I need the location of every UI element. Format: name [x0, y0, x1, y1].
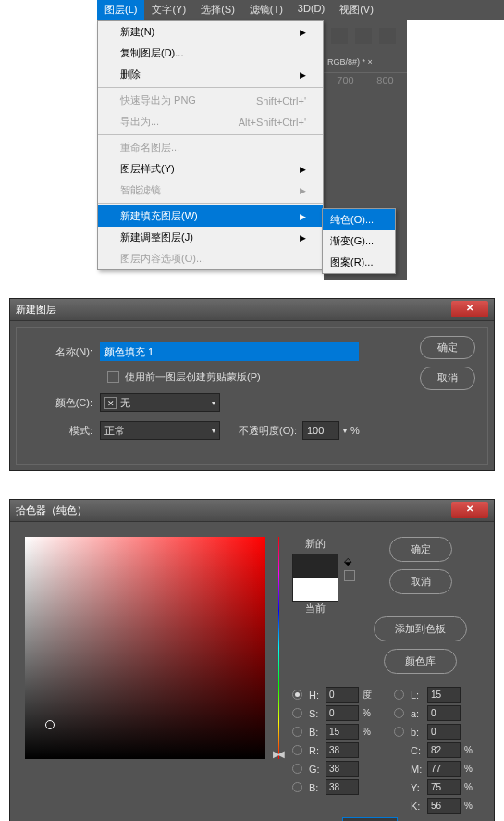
color-cursor[interactable] [45, 720, 55, 729]
hex-input[interactable] [342, 817, 398, 821]
new-label: 新的 [305, 537, 326, 551]
mi-layerstyle[interactable]: 图层样式(Y)▶ [98, 158, 323, 180]
s-input[interactable] [326, 705, 359, 721]
brgb-input[interactable] [326, 779, 359, 795]
fill-submenu: 纯色(O)... 渐变(G)... 图案(R)... [322, 208, 396, 274]
color-library-button[interactable]: 颜色库 [384, 649, 457, 674]
radio-b[interactable] [292, 727, 302, 737]
hue-arrow-icon: ▶ [273, 749, 280, 759]
mi-newfill[interactable]: 新建填充图层(W)▶ [98, 205, 323, 227]
menu-select[interactable]: 选择(S) [193, 0, 242, 20]
color-select[interactable]: ✕无 ▾ [100, 393, 220, 412]
new-color-swatch [292, 554, 338, 578]
sub-pattern[interactable]: 图案(R)... [323, 252, 395, 273]
mi-newadjust[interactable]: 新建调整图层(J)▶ [98, 227, 323, 248]
close-button[interactable]: ✕ [451, 502, 488, 518]
add-swatch-button[interactable]: 添加到色板 [374, 616, 467, 641]
sub-gradient[interactable]: 渐变(G)... [323, 230, 395, 252]
chevron-right-icon: ▶ [300, 186, 306, 195]
radio-g[interactable] [292, 764, 302, 774]
a-input[interactable] [427, 705, 461, 721]
separator [98, 87, 323, 88]
mode-label: 模式: [35, 424, 100, 438]
ok-button[interactable]: 确定 [420, 336, 475, 359]
labb-input[interactable] [427, 724, 461, 740]
chevron-down-icon: ▾ [212, 399, 215, 407]
menu-filter[interactable]: 滤镜(T) [242, 0, 290, 20]
color-picker-dialog: 拾色器（纯色） ✕ ◀ ▶ 新的 [9, 499, 495, 821]
none-icon: ✕ [104, 397, 117, 409]
name-label: 名称(N): [35, 345, 100, 359]
dialog-titlebar[interactable]: 新建图层 ✕ [10, 299, 494, 321]
chevron-down-icon: ▾ [212, 427, 215, 435]
value-grid: H:度 L: S:% a: B:% b: R: C:% G: M:% B: Y:… [292, 687, 479, 814]
dialog-title: 拾色器（纯色） [16, 504, 87, 517]
separator [98, 203, 323, 204]
radio-l[interactable] [394, 690, 404, 700]
mi-exportas: 导出为...Alt+Shift+Ctrl+' [98, 111, 323, 132]
radio-s[interactable] [292, 708, 302, 718]
hue-slider[interactable]: ◀ ▶ [278, 537, 279, 759]
opacity-label: 不透明度(O): [239, 424, 297, 438]
clipmask-label: 使用前一图层创建剪贴蒙版(P) [125, 370, 261, 384]
cancel-button[interactable]: 取消 [389, 569, 452, 594]
cube-icon[interactable]: ⬙ [344, 555, 355, 566]
l-input[interactable] [427, 687, 461, 703]
close-button[interactable]: ✕ [451, 301, 488, 317]
dialog-titlebar[interactable]: 拾色器（纯色） ✕ [10, 500, 494, 522]
current-label: 当前 [305, 602, 326, 616]
dialog-title: 新建图层 [16, 303, 56, 317]
ruler: 700800 [324, 73, 407, 88]
menu-bar: 图层(L) 文字(Y) 选择(S) 滤镜(T) 3D(D) 视图(V) [97, 0, 504, 20]
align-icon [355, 28, 372, 44]
saturation-value-field[interactable] [25, 537, 265, 759]
separator [98, 134, 323, 135]
c-input[interactable] [427, 742, 461, 758]
mode-select[interactable]: 正常 ▾ [100, 421, 220, 440]
chevron-right-icon: ▶ [300, 70, 306, 80]
mi-delete[interactable]: 删除▶ [98, 64, 323, 85]
mi-smartfilter: 智能滤镜▶ [98, 180, 323, 201]
m-input[interactable] [427, 761, 461, 777]
sub-solid[interactable]: 纯色(O)... [323, 209, 395, 230]
color-label: 颜色(C): [35, 396, 100, 410]
radio-h[interactable] [292, 690, 302, 700]
document-tab[interactable]: RGB/8#) * × [324, 52, 407, 73]
menu-view[interactable]: 视图(V) [332, 0, 381, 20]
current-color-swatch[interactable] [292, 578, 338, 602]
mi-new[interactable]: 新建(N)▶ [98, 21, 323, 43]
cancel-button[interactable]: 取消 [420, 367, 475, 390]
radio-brgb[interactable] [292, 782, 302, 792]
warn-icon[interactable] [344, 570, 355, 581]
chevron-right-icon: ▶ [300, 28, 306, 37]
mi-rename: 重命名图层... [98, 137, 323, 158]
chevron-right-icon: ▶ [300, 212, 306, 221]
mi-quickexport: 快速导出为 PNGShift+Ctrl+' [98, 90, 323, 111]
menu-layer[interactable]: 图层(L) [97, 0, 144, 20]
radio-lab-b[interactable] [394, 727, 404, 737]
y-input[interactable] [427, 779, 461, 795]
bhsb-input[interactable] [326, 724, 359, 740]
pct-label: % [350, 425, 360, 436]
radio-a[interactable] [394, 708, 404, 718]
radio-r[interactable] [292, 745, 302, 755]
layer-dropdown: 新建(N)▶ 复制图层(D)... 删除▶ 快速导出为 PNGShift+Ctr… [97, 20, 324, 270]
opacity-input[interactable] [302, 421, 339, 440]
ok-button[interactable]: 确定 [389, 537, 452, 562]
k-input[interactable] [427, 798, 461, 814]
menu-text[interactable]: 文字(Y) [144, 0, 193, 20]
mi-content: 图层内容选项(O)... [98, 248, 323, 269]
align-icon [331, 28, 348, 44]
menu-3d[interactable]: 3D(D) [290, 0, 332, 20]
mi-duplicate[interactable]: 复制图层(D)... [98, 43, 323, 64]
align-icon [379, 28, 396, 44]
name-input[interactable] [100, 342, 359, 361]
chevron-down-icon[interactable]: ▾ [343, 427, 347, 435]
new-layer-dialog: 新建图层 ✕ 确定 取消 名称(N): 使用前一图层创建剪贴蒙版(P) 颜色(C… [9, 298, 495, 471]
g-input[interactable] [326, 761, 359, 777]
chevron-right-icon: ▶ [300, 233, 306, 243]
r-input[interactable] [326, 742, 359, 758]
h-input[interactable] [326, 687, 359, 703]
chevron-right-icon: ▶ [300, 165, 306, 174]
clipmask-checkbox[interactable] [107, 371, 119, 383]
